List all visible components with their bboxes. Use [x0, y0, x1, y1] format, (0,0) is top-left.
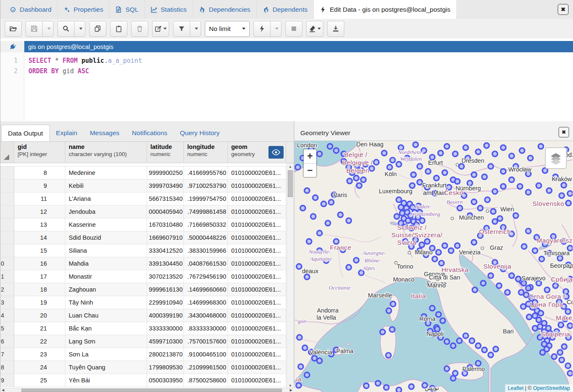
- geometry-point-marker[interactable]: [505, 290, 510, 295]
- name-cell[interactable]: Bắc Kạn: [65, 322, 147, 335]
- leaflet-link[interactable]: Leaflet: [508, 385, 524, 391]
- tab-statistics[interactable]: Statistics: [145, 0, 193, 19]
- geom-cell[interactable]: 0101000020E61...: [228, 270, 286, 283]
- name-cell[interactable]: Sơn La: [65, 348, 147, 361]
- geometry-point-marker[interactable]: [565, 309, 570, 314]
- horizontal-scrollbar-thumb[interactable]: [21, 389, 282, 392]
- geometry-point-marker[interactable]: [313, 195, 318, 200]
- geometry-point-marker[interactable]: [311, 214, 316, 219]
- geometry-point-marker[interactable]: [417, 179, 422, 184]
- geometry-point-marker[interactable]: [478, 205, 483, 210]
- latitude-cell[interactable]: 3999703490: [147, 179, 184, 192]
- gid-cell[interactable]: 17: [14, 270, 65, 283]
- geometry-point-marker[interactable]: [482, 347, 487, 352]
- gid-cell[interactable]: 16: [14, 257, 65, 270]
- geometry-point-marker[interactable]: [558, 350, 563, 355]
- geometry-point-marker[interactable]: [480, 281, 485, 286]
- geometry-point-marker[interactable]: [475, 149, 480, 154]
- map-layers-control[interactable]: [545, 147, 567, 169]
- tab-sql[interactable]: SQL: [109, 0, 145, 19]
- geometry-point-marker[interactable]: [545, 287, 550, 292]
- table-row[interactable]: 521Bắc Kạn3333330000.8333333000001010000…: [0, 322, 287, 335]
- geometry-point-marker[interactable]: [305, 274, 310, 279]
- geometry-point-marker[interactable]: [329, 200, 334, 205]
- zoom-in-button[interactable]: +: [304, 149, 316, 163]
- latitude-cell[interactable]: 9999900250: [147, 167, 184, 179]
- result-tab-messages[interactable]: Messages: [83, 125, 126, 141]
- geometry-point-marker[interactable]: [354, 175, 359, 180]
- row-number-cell[interactable]: [0, 192, 14, 205]
- geometry-point-marker[interactable]: [509, 273, 514, 278]
- vertical-scrollbar-thumb[interactable]: [288, 170, 293, 197]
- gid-cell[interactable]: 14: [14, 231, 65, 244]
- geometry-point-marker[interactable]: [430, 306, 435, 311]
- tab-dashboard[interactable]: Dashboard: [4, 0, 58, 19]
- geometry-point-marker[interactable]: [419, 242, 424, 247]
- geometry-point-marker[interactable]: [375, 381, 380, 386]
- geometry-point-marker[interactable]: [307, 239, 312, 244]
- row-number-cell[interactable]: 3: [0, 296, 14, 309]
- table-row[interactable]: 11L'Ariana5667315340.1999975475001010000…: [0, 192, 287, 205]
- geometry-point-marker[interactable]: [425, 239, 430, 244]
- longitude-cell[interactable]: .83333330000: [184, 322, 228, 335]
- gid-cell[interactable]: 13: [14, 218, 65, 231]
- scroll-right-icon[interactable]: ▶: [290, 388, 292, 392]
- geometry-point-marker[interactable]: [521, 244, 527, 249]
- sql-code[interactable]: SELECT * FROM public.a_a_pointORDER BY g…: [24, 52, 142, 121]
- edit-menu-button[interactable]: [152, 21, 169, 37]
- leaflet-map[interactable]: LondonDen HaagNordrhein-WestfalenBelgië …: [294, 141, 573, 392]
- row-number-cell[interactable]: 9: [0, 374, 14, 387]
- geometry-point-marker[interactable]: [517, 184, 522, 189]
- geometry-point-marker[interactable]: [390, 158, 395, 163]
- geometry-point-marker[interactable]: [561, 182, 566, 187]
- geometry-point-marker[interactable]: [475, 361, 480, 366]
- name-cell[interactable]: Luan Chau: [65, 309, 147, 322]
- geometry-point-marker[interactable]: [565, 363, 570, 368]
- geometry-point-marker[interactable]: [488, 164, 493, 169]
- name-cell[interactable]: Tây Ninh: [65, 296, 147, 309]
- name-cell[interactable]: Sdid Bouzid: [65, 231, 147, 244]
- geometry-point-marker[interactable]: [566, 200, 571, 205]
- geometry-point-marker[interactable]: [536, 317, 541, 322]
- geometry-point-marker[interactable]: [444, 366, 449, 371]
- geometry-point-marker[interactable]: [496, 283, 501, 288]
- geometry-point-marker[interactable]: [300, 205, 305, 210]
- geometry-point-marker[interactable]: [559, 357, 564, 362]
- geometry-point-marker[interactable]: [321, 201, 326, 206]
- geometry-point-marker[interactable]: [527, 314, 532, 319]
- gid-cell[interactable]: 12: [14, 205, 65, 218]
- geometry-point-marker[interactable]: [492, 219, 497, 224]
- geometry-point-marker[interactable]: [472, 287, 478, 292]
- longitude-cell[interactable]: .87500258600: [184, 374, 228, 387]
- longitude-cell[interactable]: .14699660660: [184, 283, 228, 296]
- geometry-point-marker[interactable]: [568, 323, 573, 328]
- latitude-cell[interactable]: 1670310480: [147, 218, 184, 231]
- find-button[interactable]: [57, 21, 75, 37]
- column-header-longitude[interactable]: longitude numeric: [184, 142, 228, 163]
- name-cell[interactable]: Zaghouan: [65, 283, 147, 296]
- geometry-point-marker[interactable]: [317, 231, 322, 236]
- geometry-point-marker[interactable]: [325, 220, 330, 225]
- geometry-point-marker[interactable]: [552, 354, 557, 359]
- geom-cell[interactable]: 0101000020E61...: [228, 231, 286, 244]
- geometry-point-marker[interactable]: [444, 339, 449, 344]
- geometry-point-marker[interactable]: [501, 169, 506, 174]
- gid-cell[interactable]: 20: [14, 309, 65, 322]
- geometry-point-marker[interactable]: [390, 327, 395, 332]
- paste-button[interactable]: [110, 21, 127, 37]
- geometry-point-marker[interactable]: [356, 183, 361, 188]
- filter-menu-button[interactable]: [190, 21, 201, 37]
- geom-cell[interactable]: 0101000020E61...: [228, 361, 286, 374]
- geometry-point-marker[interactable]: [347, 178, 352, 183]
- geometry-point-marker[interactable]: [484, 143, 489, 148]
- name-cell[interactable]: Kasserine: [65, 218, 147, 231]
- osm-link[interactable]: OpenStreetMap: [533, 385, 570, 391]
- table-row[interactable]: 622Lạng Sơn4599710300.757001576000101000…: [0, 335, 287, 348]
- table-row[interactable]: 15Siliana3330412520.38330159966010100002…: [0, 244, 287, 257]
- geometry-point-marker[interactable]: [562, 344, 567, 349]
- geometry-point-marker[interactable]: [432, 256, 437, 261]
- gid-cell[interactable]: 11: [14, 192, 65, 205]
- select-all-corner[interactable]: [0, 142, 14, 163]
- longitude-cell[interactable]: .38330159966: [184, 244, 228, 257]
- geometry-point-marker[interactable]: [369, 166, 374, 171]
